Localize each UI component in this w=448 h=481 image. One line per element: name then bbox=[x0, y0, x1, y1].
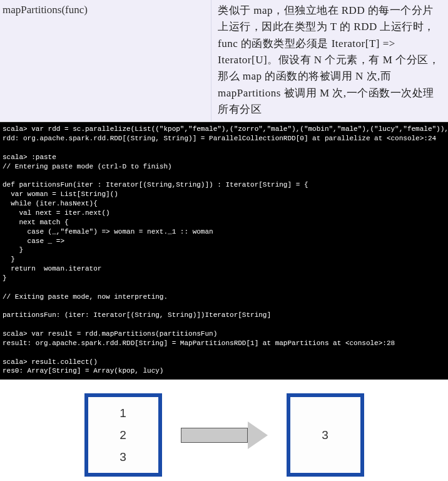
method-desc-cell: 类似于 map，但独立地在 RDD 的每一个分片上运行，因此在类型为 T 的 R… bbox=[211, 0, 448, 122]
box-value: 3 bbox=[120, 450, 126, 464]
arrow-icon bbox=[181, 422, 268, 449]
scala-terminal: scala> var rdd = sc.parallelize(List(("k… bbox=[0, 122, 448, 380]
definition-table: mapPartitions(func) 类似于 map，但独立地在 RDD 的每… bbox=[0, 0, 448, 122]
partition-diagram: 1233456456 bbox=[0, 380, 448, 481]
box-value: 2 bbox=[120, 428, 126, 442]
method-name-cell: mapPartitions(func) bbox=[0, 0, 211, 122]
box-value: 3 bbox=[322, 428, 328, 442]
box-value: 1 bbox=[120, 406, 126, 420]
diagram-row: 1233 bbox=[0, 393, 448, 477]
result-box: 3 bbox=[287, 393, 364, 477]
source-box: 123 bbox=[84, 393, 162, 477]
